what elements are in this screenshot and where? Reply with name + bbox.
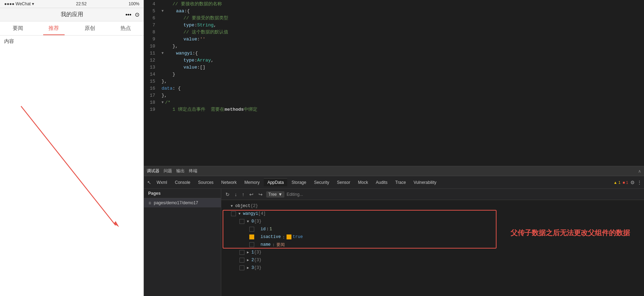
tab-appdata[interactable]: AppData bbox=[264, 178, 287, 186]
svg-line-0 bbox=[21, 106, 116, 225]
wangyi-expand[interactable]: ▼ bbox=[237, 212, 242, 216]
error-badge[interactable]: ■ 1 bbox=[623, 180, 628, 185]
redo-btn[interactable]: ↪ bbox=[257, 191, 264, 198]
pages-header: Pages bbox=[144, 189, 221, 198]
name-value: 要闻 bbox=[276, 242, 285, 248]
tab-sources[interactable]: Sources bbox=[195, 179, 217, 186]
wangyi-checkbox[interactable] bbox=[231, 211, 236, 216]
tab-audits[interactable]: Audits bbox=[372, 179, 391, 186]
isactive-checkbox-visual[interactable] bbox=[287, 234, 291, 239]
isactive-checkbox[interactable] bbox=[249, 234, 254, 239]
item2-checkbox[interactable] bbox=[239, 258, 244, 263]
item2-count: {3} bbox=[254, 258, 262, 263]
item1-expand[interactable]: ► bbox=[246, 251, 250, 255]
move-down-btn[interactable]: ↓ bbox=[233, 191, 238, 198]
devtools-top-tab-output[interactable]: 输出 bbox=[176, 168, 185, 174]
devtools-header-tabs: ↖ Wxml Console Sources Network Memory Ap… bbox=[144, 176, 644, 189]
isactive-key: isactive bbox=[261, 234, 281, 239]
item3-count: {3} bbox=[254, 265, 262, 270]
tree-row-name: name ： 要闻 bbox=[221, 241, 644, 249]
code-line-19: 1 绑定点击事件 需要在methods中绑定 bbox=[162, 106, 644, 113]
phone-nav-tabs: 要闻 推荐 原创 热点 bbox=[0, 21, 144, 36]
tab-wxml[interactable]: Wxml bbox=[153, 179, 171, 186]
item2-key: 2 bbox=[251, 258, 254, 263]
item3-expand[interactable]: ► bbox=[246, 266, 250, 270]
line-num-8: 8 bbox=[144, 29, 158, 36]
line-numbers: 4 5 6 7 8 9 10 11 12 13 14 15 16 17 18 1… bbox=[144, 0, 162, 166]
line-num-18: 18 bbox=[144, 99, 158, 106]
pages-item-demo17[interactable]: 🗎 pages/demo17/demo17 bbox=[144, 198, 221, 207]
item0-checkbox[interactable] bbox=[239, 219, 244, 224]
line-num-14: 14 bbox=[144, 71, 158, 78]
wangyi-count: [4] bbox=[258, 211, 266, 216]
devtools-collapse-btn[interactable]: ∧ bbox=[638, 169, 641, 174]
devtools-top-tab-debugger[interactable]: 调试器 bbox=[147, 168, 159, 174]
line-num-17: 17 bbox=[144, 92, 158, 99]
code-content: // 要接收的数据的名称 ▼ aaa:{ // 要接受的数据类型 type:St… bbox=[162, 0, 644, 166]
tab-network[interactable]: Network bbox=[218, 179, 240, 186]
line-num-6: 6 bbox=[144, 15, 158, 22]
fold-icon-11[interactable]: ▼ bbox=[162, 50, 164, 57]
phone-status-bar: ●●●● WeChat ▾ 22:52 100% bbox=[0, 0, 144, 8]
tab-trace[interactable]: Trace bbox=[392, 179, 409, 186]
line-num-13: 13 bbox=[144, 64, 158, 71]
phone-status-left: ●●●● WeChat ▾ bbox=[4, 1, 34, 6]
tree-row-2: ► 2 {3} bbox=[221, 256, 644, 264]
tab-vulnerability[interactable]: Vulnerability bbox=[410, 179, 440, 186]
devtools-panel: 调试器 问题 输出 终端 ∧ ↖ Wxml Console Sources Ne… bbox=[144, 166, 644, 296]
move-up-btn[interactable]: ↑ bbox=[241, 191, 246, 198]
phone-status-right: 100% bbox=[129, 1, 139, 6]
devtools-warnings-area: ▲ 1 ■ 1 ⚙ ⋮ bbox=[613, 180, 642, 185]
code-line-11: ▼ wangyi:{ bbox=[162, 50, 644, 57]
tab-console[interactable]: Console bbox=[171, 179, 194, 186]
tab-storage[interactable]: Storage bbox=[288, 179, 310, 186]
root-label: object bbox=[235, 204, 250, 208]
pages-item-label: pages/demo17/demo17 bbox=[154, 200, 198, 205]
tab-redian[interactable]: 热点 bbox=[108, 21, 144, 35]
main-layout: ●●●● WeChat ▾ 22:52 100% 我的应用 ••• ⊙ 要闻 推… bbox=[0, 0, 644, 296]
editing-label: Editing... bbox=[287, 192, 303, 197]
tab-sensor[interactable]: Sensor bbox=[334, 179, 354, 186]
tree-row-3: ► 3 {3} bbox=[221, 264, 644, 272]
item2-expand[interactable]: ► bbox=[246, 258, 250, 262]
fold-icon-5[interactable]: ▼ bbox=[162, 8, 164, 15]
more-options-icon[interactable]: ⋮ bbox=[637, 180, 642, 185]
tab-security[interactable]: Security bbox=[310, 179, 333, 186]
line-num-19: 19 bbox=[144, 106, 158, 113]
devtools-top-tab-issues[interactable]: 问题 bbox=[164, 168, 172, 174]
tab-mock[interactable]: Mock bbox=[355, 179, 372, 186]
refresh-btn[interactable]: ↻ bbox=[224, 191, 231, 198]
line-num-12: 12 bbox=[144, 57, 158, 64]
code-line-8: // 这个数据的默认值 bbox=[162, 29, 644, 36]
tab-yuanchuang[interactable]: 原创 bbox=[72, 21, 108, 35]
undo-btn[interactable]: ↩ bbox=[248, 191, 255, 198]
tab-yaowen[interactable]: 要闻 bbox=[0, 21, 36, 35]
root-expand[interactable]: ▼ bbox=[230, 204, 234, 208]
warning-badge[interactable]: ▲ 1 bbox=[613, 180, 620, 185]
code-line-13: value:[] bbox=[162, 64, 644, 71]
annotation-text: 父传子数据之后无法更改父组件的数据 bbox=[511, 228, 630, 238]
tab-memory[interactable]: Memory bbox=[241, 179, 263, 186]
record-icon[interactable]: ⊙ bbox=[135, 11, 139, 18]
item1-checkbox[interactable] bbox=[239, 250, 244, 255]
more-dots-icon[interactable]: ••• bbox=[125, 12, 131, 18]
id-checkbox[interactable] bbox=[249, 227, 254, 232]
code-line-17: }, bbox=[162, 92, 644, 99]
id-colon: : bbox=[266, 227, 269, 232]
tab-tuijian[interactable]: 推荐 bbox=[36, 21, 72, 35]
name-key: name bbox=[261, 242, 271, 247]
devtools-top-tab-terminal[interactable]: 终端 bbox=[189, 168, 197, 174]
name-checkbox[interactable] bbox=[249, 242, 254, 247]
phone-title-icons: ••• ⊙ bbox=[125, 11, 139, 18]
data-tree: ▼ object {2} ▼ wangyi bbox=[221, 200, 644, 296]
code-line-6: // 要接受的数据类型 bbox=[162, 15, 644, 22]
item0-expand[interactable]: ▼ bbox=[246, 220, 250, 224]
item3-checkbox[interactable] bbox=[239, 265, 244, 270]
fold-icon-18[interactable]: ▼ bbox=[162, 99, 164, 106]
settings-icon[interactable]: ⚙ bbox=[630, 180, 635, 185]
code-line-14: } bbox=[162, 71, 644, 78]
code-line-10: }, bbox=[162, 43, 644, 50]
tree-selector[interactable]: Tree ▼ bbox=[266, 191, 284, 198]
code-line-5: ▼ aaa:{ bbox=[162, 8, 644, 15]
devtools-pointer-icon[interactable]: ↖ bbox=[146, 179, 152, 186]
